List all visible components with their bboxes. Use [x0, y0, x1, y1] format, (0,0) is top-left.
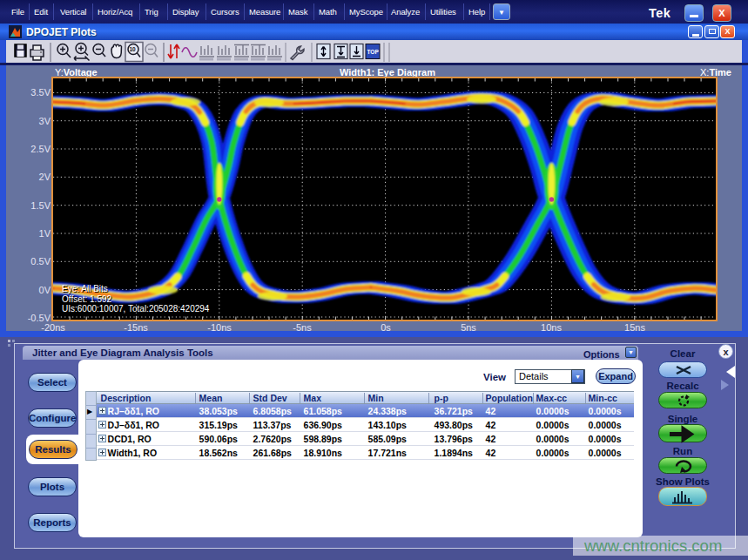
svg-text:TOP: TOP	[367, 49, 380, 55]
svg-text:10: 10	[130, 46, 137, 52]
